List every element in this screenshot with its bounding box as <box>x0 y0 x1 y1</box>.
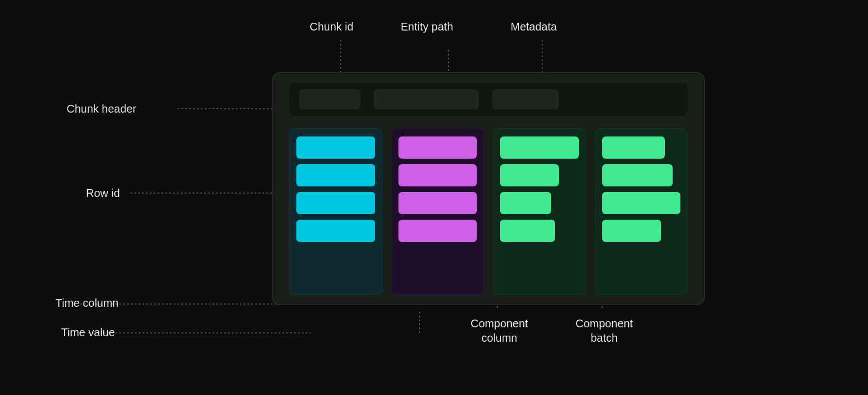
purple-cell-2 <box>398 164 477 186</box>
chunk-id-label: Chunk id <box>310 21 354 33</box>
green1-cell-4 <box>500 220 555 242</box>
columns-area <box>289 128 688 295</box>
time-value-label: Time value <box>61 326 115 339</box>
purple-column <box>391 128 485 295</box>
purple-cell-1 <box>398 136 477 159</box>
green2-cell-3 <box>602 192 681 214</box>
green2-cell-4 <box>602 220 661 242</box>
green1-cell-2 <box>500 164 559 186</box>
component-column-label: Component column <box>471 316 528 345</box>
metadata-block <box>492 89 559 109</box>
cyan-cell-4 <box>296 220 375 242</box>
time-column-label: Time column <box>55 297 119 310</box>
chunk-id-block <box>299 89 360 109</box>
row-id-label: Row id <box>86 187 120 200</box>
entity-path-block <box>374 89 479 109</box>
green-column-1 <box>493 128 586 295</box>
green1-cell-1 <box>500 136 579 159</box>
diagram-container: Chunk id Entity path Metadata Chunk head… <box>0 0 868 395</box>
component-batch-label: Component batch <box>576 316 633 345</box>
chunk-area <box>272 72 705 305</box>
cyan-cell-2 <box>296 164 375 186</box>
green-column-2 <box>595 128 688 295</box>
cyan-column <box>289 128 382 295</box>
chunk-header-label: Chunk header <box>67 103 137 115</box>
green2-cell-1 <box>602 136 665 159</box>
entity-path-label: Entity path <box>401 21 453 33</box>
green1-cell-3 <box>500 192 551 214</box>
chunk-header-row <box>289 83 688 116</box>
metadata-label: Metadata <box>511 21 557 33</box>
purple-cell-4 <box>398 220 477 242</box>
cyan-cell-3 <box>296 192 375 214</box>
cyan-cell-1 <box>296 136 375 159</box>
purple-cell-3 <box>398 192 477 214</box>
green2-cell-2 <box>602 164 673 186</box>
